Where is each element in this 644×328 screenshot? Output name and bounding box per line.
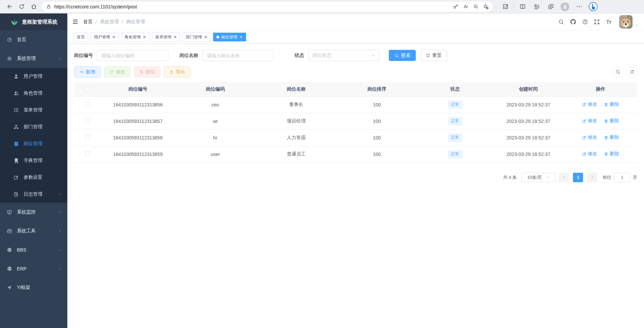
sidebar-item-tool[interactable]: 系统工具 (0, 222, 67, 240)
page-number-button[interactable]: 1 (573, 173, 583, 182)
tab-close-icon[interactable]: ✕ (173, 35, 177, 39)
row-actions-cell: 修改 删除 (564, 96, 637, 113)
delete-button[interactable]: 删除 (134, 66, 161, 77)
github-button[interactable] (570, 19, 576, 25)
row-checkbox[interactable] (85, 118, 90, 123)
tab-close-icon[interactable]: ✕ (112, 35, 115, 39)
post-name-cell: 董事长 (256, 96, 337, 113)
prev-page-button[interactable] (559, 173, 569, 182)
tab-copy-button[interactable] (545, 1, 556, 12)
read-aloud-button[interactable] (461, 2, 471, 11)
row-edit-link[interactable]: 修改 (582, 101, 597, 107)
fullscreen-button[interactable] (594, 19, 600, 25)
row-checkbox[interactable] (85, 135, 90, 139)
tab-role[interactable]: 角色管理 ✕ (121, 33, 149, 41)
page-size-select[interactable]: 10条/页 (521, 173, 555, 182)
sidebar-item-label: 字典管理 (24, 158, 62, 164)
extensions-button[interactable] (500, 1, 511, 12)
dashboard-icon (7, 37, 12, 42)
post-name-input[interactable] (202, 50, 274, 61)
post-name-cell: 普通员工 (256, 146, 337, 162)
select-all-checkbox[interactable] (85, 86, 90, 91)
users-icon (13, 91, 19, 96)
sidebar-item-erp[interactable]: ERP (0, 259, 67, 278)
row-edit-link[interactable]: 修改 (582, 151, 597, 157)
post-code-cell: hr (175, 129, 256, 146)
row-delete-link[interactable]: 删除 (604, 118, 619, 124)
row-edit-link[interactable]: 修改 (582, 118, 597, 124)
trash-icon (604, 102, 608, 107)
sidebar-item-post[interactable]: 岗位管理 (0, 135, 67, 152)
sidebar-item-bbs[interactable]: BBS (0, 240, 67, 259)
next-page-button[interactable] (587, 173, 597, 182)
sidebar-item-config[interactable]: 参数设置 (0, 169, 67, 186)
address-bar[interactable]: https://ccnetcore.com:1101/system/post (42, 2, 493, 12)
user-menu[interactable] (619, 15, 639, 29)
sidebar-item-label: 系统监控 (17, 209, 58, 215)
profile-avatar (561, 2, 569, 11)
sidebar-item-home[interactable]: 首页 (0, 30, 67, 49)
sidebar-logo[interactable]: 意框架管理系统 (0, 13, 67, 30)
zoom-out-button[interactable] (471, 2, 481, 11)
browser-profile-button[interactable] (559, 1, 571, 12)
chevron-down-icon (371, 53, 376, 58)
sidebar-item-dept[interactable]: 部门管理 (0, 119, 67, 135)
row-actions-cell: 修改 删除 (564, 113, 637, 129)
tab-post[interactable]: 岗位管理 ✕ (213, 33, 246, 41)
sidebar-item-label: 日志管理 (24, 191, 58, 197)
chevron-down-icon (58, 267, 62, 271)
sidebar-item-log[interactable]: 日志管理 (0, 186, 67, 203)
post-code-input[interactable] (97, 50, 168, 61)
add-button[interactable]: 新增 (74, 66, 101, 77)
collections-button[interactable] (531, 1, 542, 12)
tab-home[interactable]: 首页 (73, 33, 88, 41)
refresh-icon (19, 3, 25, 10)
tab-close-icon[interactable]: ✕ (143, 35, 146, 39)
tab-user[interactable]: 用户管理 ✕ (91, 33, 119, 41)
favorite-button[interactable] (481, 2, 491, 11)
reset-button[interactable]: 重置 (420, 50, 447, 61)
tab-menu[interactable]: 菜单管理 ✕ (152, 33, 180, 41)
url-text[interactable]: https://ccnetcore.com:1101/system/post (54, 4, 450, 9)
row-edit-link[interactable]: 修改 (582, 134, 597, 140)
sidebar-item-monitor[interactable]: 系统监控 (0, 203, 67, 222)
sidebar-item-user[interactable]: 用户管理 (0, 68, 67, 85)
status-cell: 正常 (417, 113, 493, 129)
sidebar-item-menu[interactable]: 菜单管理 (0, 102, 67, 119)
tab-dept[interactable]: 部门管理 ✕ (182, 33, 211, 41)
breadcrumb-item[interactable]: 首页 (83, 19, 93, 25)
header-search-button[interactable] (558, 19, 564, 25)
row-actions-cell: 修改 删除 (564, 146, 637, 162)
tab-close-icon[interactable]: ✕ (239, 35, 243, 39)
search-icon (615, 69, 620, 74)
browser-refresh-button[interactable] (15, 1, 28, 12)
row-checkbox[interactable] (85, 151, 90, 156)
sidebar-item-system[interactable]: 系统管理 (0, 49, 67, 68)
header-checkbox-cell (74, 82, 101, 96)
goto-page-input[interactable] (614, 173, 630, 182)
bing-chat-button[interactable] (587, 1, 599, 12)
refresh-table-button[interactable] (626, 67, 637, 77)
password-key-button[interactable] (450, 2, 461, 11)
export-button[interactable]: 导出 (164, 66, 191, 77)
row-delete-link[interactable]: 删除 (604, 101, 619, 107)
browser-menu-button[interactable] (573, 1, 585, 12)
sidebar-item-label: 系统管理 (17, 56, 58, 62)
font-size-button[interactable] (606, 19, 612, 25)
status-select[interactable]: 岗位状态 (308, 50, 379, 61)
sidebar-item-yi[interactable]: Yi框架 (0, 278, 67, 297)
sidebar-item-role[interactable]: 角色管理 (0, 85, 67, 102)
row-delete-link[interactable]: 删除 (604, 134, 619, 140)
split-screen-button[interactable] (517, 1, 528, 12)
tab-close-icon[interactable]: ✕ (204, 35, 207, 39)
browser-back-button[interactable] (3, 1, 15, 12)
show-search-toggle-button[interactable] (612, 67, 623, 77)
row-delete-link[interactable]: 删除 (604, 151, 619, 157)
sidebar-fold-button[interactable] (72, 19, 78, 25)
help-button[interactable] (582, 19, 588, 25)
search-button[interactable]: 搜索 (389, 50, 416, 61)
sidebar-item-dict[interactable]: 字典管理 (0, 152, 67, 169)
row-checkbox[interactable] (85, 102, 90, 106)
browser-home-button[interactable] (28, 1, 40, 12)
edit-button[interactable]: 修改 (104, 66, 131, 77)
